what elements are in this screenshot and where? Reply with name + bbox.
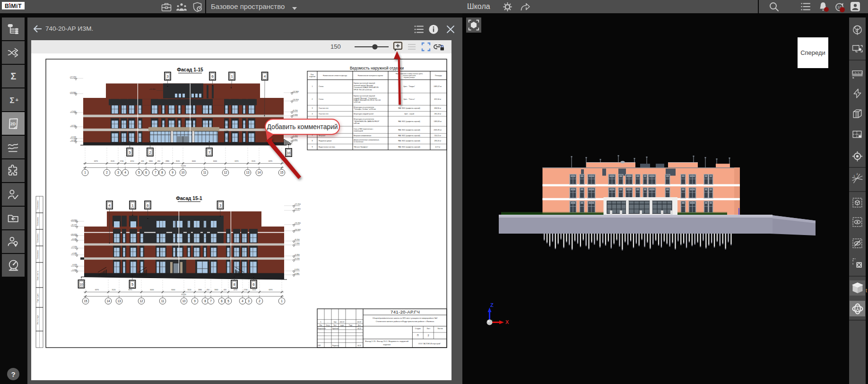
svg-text:"Технофас Оптима" t=130 мм: "Технофас Оптима" t=130 мм (354, 108, 376, 110)
svg-text:Фасад 15-1: Фасад 15-1 (176, 196, 202, 201)
svg-text:3120: 3120 (252, 160, 255, 162)
svg-text:420: 420 (224, 289, 226, 291)
svg-text:6: 6 (147, 203, 148, 208)
svg-text:3: 3 (312, 107, 313, 109)
svg-text:2: 2 (428, 334, 429, 337)
svg-text:Листов: Листов (437, 328, 443, 330)
svg-text:4: 4 (108, 203, 110, 208)
svg-text:684,90 м²: 684,90 м² (434, 107, 442, 109)
svg-text:RAL 9011 (графитно-черный): RAL 9011 (графитно-черный) (398, 135, 420, 137)
svg-text:1383,83 м²: 1383,83 м² (434, 121, 443, 122)
svg-text:№док: №док (340, 324, 345, 326)
svg-text:6: 6 (145, 171, 147, 174)
svg-text:Курбатов: Курбатов (332, 328, 339, 330)
svg-text:1: 1 (231, 74, 233, 79)
svg-text:4165,85 м²: 4165,85 м² (434, 129, 443, 131)
svg-text:7: 7 (312, 135, 313, 137)
svg-text:Цвет - серый: Цвет - серый (404, 113, 414, 115)
svg-text:741-20-АР.ГЧ: 741-20-АР.ГЧ (391, 309, 420, 314)
svg-text:+4.450: +4.450 (224, 120, 229, 122)
svg-text:Z: Z (490, 302, 494, 308)
svg-text:Зам: Зам (333, 321, 337, 323)
svg-text:Площадь: Площадь (435, 75, 442, 77)
svg-text:Взам. инв. №: Взам. инв. № (37, 271, 39, 280)
svg-text:Согласовано: Согласовано (37, 201, 39, 209)
svg-text:X: X (505, 319, 509, 325)
svg-text:1: 1 (312, 86, 313, 87)
svg-text:8: 8 (312, 140, 313, 142)
svg-text:+13.960: +13.960 (70, 219, 77, 221)
svg-text:-0.730: -0.730 (71, 140, 76, 141)
svg-text:5840: 5840 (149, 160, 153, 162)
svg-text:Родионов: Родионов (332, 345, 339, 347)
svg-text:-1.300: -1.300 (72, 269, 77, 271)
svg-text:+11.575: +11.575 (70, 224, 77, 226)
svg-text:2880: 2880 (198, 289, 202, 291)
svg-text:ГИП: ГИП (318, 345, 321, 347)
svg-text:Кирпич пустотелый лицевой: Кирпич пустотелый лицевой (354, 82, 375, 84)
svg-text:+10.950: +10.950 (292, 99, 299, 101)
svg-text:2: 2 (312, 98, 313, 100)
svg-text:Фасад 1-15: Фасад 1-15 (177, 67, 203, 72)
svg-text:13: 13 (117, 299, 121, 303)
svg-text:Утеплитель KNAUF INSULATION: Утеплитель KNAUF INSULATION (354, 87, 379, 88)
svg-text:Цвет - "Глясса": Цвет - "Глясса" (403, 98, 415, 100)
svg-text:4210: 4210 (234, 289, 237, 291)
svg-text:04.22: 04.22 (357, 328, 361, 330)
svg-text:П: П (417, 334, 419, 337)
svg-text:1: 1 (281, 299, 283, 303)
svg-text:колотый грубый "Альтаир": колотый грубый "Альтаир" (354, 85, 374, 87)
svg-text:Штукатурка жидкий гранит: Штукатурка жидкий гранит (354, 113, 374, 115)
svg-text:6000: 6000 (213, 160, 217, 162)
svg-text:4,17 м²: 4,17 м² (435, 146, 441, 148)
svg-text:450: 450 (207, 289, 209, 291)
svg-text:14: 14 (106, 299, 110, 303)
svg-text:Наименование материала отделки: Наименование материала отделки (358, 75, 383, 77)
svg-text:-0.020: -0.020 (72, 264, 77, 266)
svg-text:283,20 м²: 283,20 м² (434, 140, 442, 142)
svg-text:3120: 3120 (188, 289, 191, 291)
svg-text:15: 15 (84, 299, 87, 303)
svg-text:13: 13 (246, 171, 250, 174)
svg-text:+: + (15, 96, 18, 102)
svg-text:Кирпич пустотелый лицевой: Кирпич пустотелый лицевой (354, 95, 375, 97)
svg-text:420: 420 (141, 160, 144, 162)
svg-text:5: 5 (321, 321, 321, 323)
svg-text:1: 1 (853, 174, 855, 177)
svg-text:Согласовано: Согласовано (37, 217, 39, 226)
svg-text:Витражи: Витражи (319, 135, 325, 137)
svg-text:Стены: Стены (319, 98, 324, 100)
svg-text:10: 10 (182, 299, 186, 303)
svg-text:6370: 6370 (95, 289, 99, 291)
svg-text:6370: 6370 (269, 289, 273, 291)
svg-text:2880: 2880 (165, 160, 169, 162)
svg-text:1: 1 (131, 203, 133, 208)
svg-text:4: 4 (264, 74, 266, 79)
svg-text:3120: 3120 (176, 160, 180, 162)
svg-text:образец колера: образец колера (404, 77, 415, 79)
svg-text:Наружные двери: Наружные двери (319, 140, 331, 142)
svg-text:+8.250: +8.250 (292, 110, 298, 112)
svg-text:55720: 55720 (181, 165, 186, 167)
svg-text:2: 2 (856, 173, 858, 175)
svg-text:4: 4 (242, 299, 243, 303)
svg-text:12: 12 (224, 171, 227, 174)
svg-text:4: 4 (124, 171, 126, 174)
svg-text:265,24 м²: 265,24 м² (434, 113, 442, 115)
svg-text:6: 6 (211, 74, 213, 79)
svg-text:RAL 9011 (графитно-черный): RAL 9011 (графитно-черный) (398, 121, 420, 122)
svg-text:+7.050: +7.050 (294, 243, 300, 244)
svg-text:гладкий "Альтаир". Утеплитель: гладкий "Альтаир". Утеплитель (354, 97, 377, 99)
svg-text:6000: 6000 (172, 289, 175, 291)
svg-text:3: 3 (248, 299, 250, 303)
svg-text:12: 12 (139, 299, 143, 303)
svg-text:Лист: Лист (426, 328, 430, 330)
svg-text:Окна и ПВХ переплетам с: Окна и ПВХ переплетам с (354, 128, 373, 130)
svg-text:RAL 9011 (графитно-черный): RAL 9011 (графитно-черный) (398, 129, 420, 131)
svg-text:7: 7 (208, 150, 210, 155)
svg-text:Участки стен: Участки стен (319, 107, 329, 109)
svg-text:Поз.: Поз. (311, 74, 314, 76)
svg-text:8: 8 (233, 282, 235, 287)
svg-text:+13.960: +13.960 (69, 92, 76, 94)
svg-text:+8.250: +8.250 (294, 239, 300, 241)
